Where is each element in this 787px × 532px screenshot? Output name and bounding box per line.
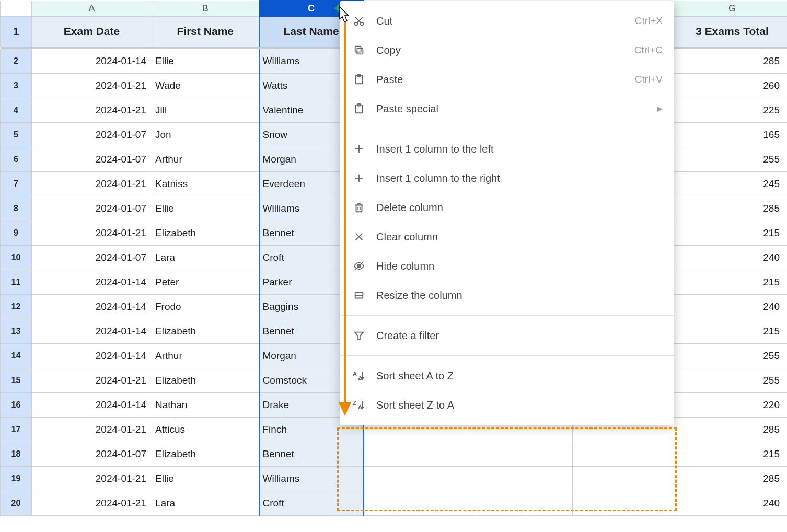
row-number-13[interactable]: 13 [1, 319, 32, 343]
col-header-g[interactable]: G [677, 1, 788, 16]
row-number-18[interactable]: 18 [1, 442, 32, 466]
cell-f20[interactable] [573, 491, 677, 515]
row-number-14[interactable]: 14 [1, 343, 32, 368]
cell-g10[interactable]: 240 [677, 245, 788, 270]
menu-sort-az[interactable]: AZ Sort sheet A to Z [340, 361, 674, 390]
cell-b15[interactable]: Elizabeth [152, 368, 259, 392]
cell-a11[interactable]: 2024-01-14 [32, 270, 152, 294]
cell-a18[interactable]: 2024-01-07 [32, 442, 152, 466]
col-header-b[interactable]: B [152, 1, 259, 16]
cell-g7[interactable]: 245 [677, 171, 788, 196]
cell-b5[interactable]: Jon [152, 122, 259, 147]
cell-a8[interactable]: 2024-01-07 [32, 196, 152, 221]
cell-g12[interactable]: 240 [677, 294, 788, 319]
row-number-20[interactable]: 20 [1, 491, 32, 515]
cell-g16[interactable]: 220 [677, 392, 788, 417]
row-number-10[interactable]: 10 [1, 245, 32, 270]
row-number-9[interactable]: 9 [1, 221, 32, 245]
cell-b8[interactable]: Ellie [152, 196, 259, 221]
row-number-12[interactable]: 12 [1, 294, 32, 319]
cell-c18[interactable]: Bennet [259, 442, 364, 466]
cell-a1[interactable]: Exam Date [32, 16, 152, 47]
cell-g15[interactable]: 255 [677, 368, 788, 392]
menu-sort-za[interactable]: ZA Sort sheet Z to A [340, 390, 674, 420]
cell-g20[interactable]: 240 [677, 491, 788, 515]
cell-a16[interactable]: 2024-01-14 [32, 392, 152, 417]
cell-g4[interactable]: 225 [677, 98, 788, 122]
row-number-1[interactable]: 1 [1, 16, 32, 47]
row-number-19[interactable]: 19 [1, 466, 32, 491]
menu-create-filter[interactable]: Create a filter [340, 321, 674, 350]
cell-f18[interactable] [573, 442, 677, 466]
cell-c19[interactable]: Williams [259, 466, 364, 491]
cell-b9[interactable]: Elizabeth [152, 221, 259, 245]
cell-d20[interactable] [364, 491, 468, 515]
cell-g18[interactable]: 215 [677, 442, 788, 466]
cell-a9[interactable]: 2024-01-21 [32, 221, 152, 245]
cell-g3[interactable]: 260 [677, 73, 788, 98]
menu-copy[interactable]: Copy Ctrl+C [340, 36, 674, 65]
cell-b11[interactable]: Peter [152, 270, 259, 294]
row-number-16[interactable]: 16 [1, 392, 32, 417]
cell-g9[interactable]: 215 [677, 221, 788, 245]
cell-a7[interactable]: 2024-01-21 [32, 171, 152, 196]
cell-b10[interactable]: Lara [152, 245, 259, 270]
row-number-2[interactable]: 2 [1, 49, 32, 73]
menu-insert-left[interactable]: Insert 1 column to the left [340, 134, 674, 164]
cell-b4[interactable]: Jill [152, 98, 259, 122]
cell-g17[interactable]: 285 [677, 417, 788, 442]
menu-hide-column[interactable]: Hide column [340, 251, 674, 281]
cell-g1[interactable]: 3 Exams Total [677, 16, 788, 47]
select-all-corner[interactable] [1, 1, 32, 16]
cell-d18[interactable] [364, 442, 468, 466]
cell-a10[interactable]: 2024-01-07 [32, 245, 152, 270]
menu-insert-right[interactable]: Insert 1 column to the right [340, 164, 674, 193]
cell-b1[interactable]: First Name [152, 16, 259, 47]
menu-cut[interactable]: Cut Ctrl+X [340, 6, 674, 36]
cell-g14[interactable]: 255 [677, 343, 788, 368]
cell-b13[interactable]: Elizabeth [152, 319, 259, 343]
cell-b20[interactable]: Lara [152, 491, 259, 515]
row-number-7[interactable]: 7 [1, 171, 32, 196]
cell-b2[interactable]: Ellie [152, 49, 259, 73]
menu-delete-column[interactable]: Delete column [340, 193, 674, 222]
cell-a20[interactable]: 2024-01-21 [32, 491, 152, 515]
row-number-4[interactable]: 4 [1, 98, 32, 122]
cell-c20[interactable]: Croft [259, 491, 364, 515]
cell-a15[interactable]: 2024-01-21 [32, 368, 152, 392]
row-number-11[interactable]: 11 [1, 270, 32, 294]
cell-a12[interactable]: 2024-01-14 [32, 294, 152, 319]
cell-g19[interactable]: 285 [677, 466, 788, 491]
row-number-6[interactable]: 6 [1, 147, 32, 171]
cell-b7[interactable]: Katniss [152, 171, 259, 196]
cell-e20[interactable] [468, 491, 573, 515]
cell-g11[interactable]: 215 [677, 270, 788, 294]
cell-b16[interactable]: Nathan [152, 392, 259, 417]
cell-a6[interactable]: 2024-01-07 [32, 147, 152, 171]
cell-g5[interactable]: 165 [677, 122, 788, 147]
cell-a13[interactable]: 2024-01-14 [32, 319, 152, 343]
menu-resize-column[interactable]: Resize the column [340, 281, 674, 310]
row-number-17[interactable]: 17 [1, 417, 32, 442]
cell-d19[interactable] [364, 466, 468, 491]
cell-a2[interactable]: 2024-01-14 [32, 49, 152, 73]
cell-g13[interactable]: 215 [677, 319, 788, 343]
cell-b6[interactable]: Arthur [152, 147, 259, 171]
row-number-3[interactable]: 3 [1, 73, 32, 98]
cell-b14[interactable]: Arthur [152, 343, 259, 368]
cell-a3[interactable]: 2024-01-21 [32, 73, 152, 98]
row-number-5[interactable]: 5 [1, 122, 32, 147]
cell-b12[interactable]: Frodo [152, 294, 259, 319]
cell-g8[interactable]: 285 [677, 196, 788, 221]
cell-b19[interactable]: Ellie [152, 466, 259, 491]
cell-a4[interactable]: 2024-01-21 [32, 98, 152, 122]
cell-b18[interactable]: Elizabeth [152, 442, 259, 466]
cell-a17[interactable]: 2024-01-21 [32, 417, 152, 442]
cell-b17[interactable]: Atticus [152, 417, 259, 442]
menu-paste-special[interactable]: Paste special ▶ [340, 94, 674, 123]
menu-paste[interactable]: Paste Ctrl+V [340, 65, 674, 94]
menu-clear-column[interactable]: Clear column [340, 222, 674, 251]
cell-a5[interactable]: 2024-01-07 [32, 122, 152, 147]
cell-e19[interactable] [468, 466, 573, 491]
cell-f19[interactable] [573, 466, 677, 491]
